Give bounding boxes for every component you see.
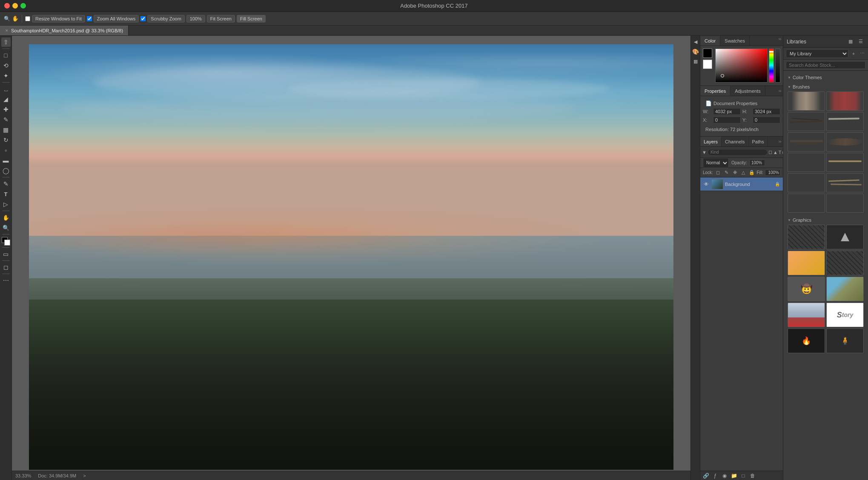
resize-windows-btn[interactable]: Resize Windows to Fit <box>32 15 85 23</box>
tab-swatches[interactable]: Swatches <box>720 36 750 46</box>
library-select[interactable]: My Library <box>786 49 848 58</box>
y-value[interactable]: 0 <box>753 117 780 123</box>
mini-tool-btn-2[interactable]: ▩ <box>691 57 700 66</box>
canvas-container[interactable] <box>29 44 673 470</box>
graphics-item-2[interactable] <box>826 225 864 249</box>
tab-properties[interactable]: Properties <box>700 86 730 96</box>
mini-collapse-btn[interactable]: ◀ <box>691 37 700 46</box>
library-search-input[interactable] <box>786 61 865 69</box>
library-add-btn[interactable]: + <box>850 50 857 57</box>
brush-item-5[interactable] <box>788 132 825 151</box>
layer-visibility-toggle[interactable]: 👁 <box>703 181 710 188</box>
add-mask-btn[interactable]: ◉ <box>721 472 728 480</box>
eraser-tool[interactable]: ▫ <box>1 146 11 155</box>
lock-position-btn[interactable]: ✙ <box>731 169 738 176</box>
fit-screen-btn[interactable]: Fit Screen <box>207 15 235 23</box>
document-tab[interactable]: ✕ SouthamptonHDR_March2016.psd @ 33.3% (… <box>0 26 129 35</box>
color-picker-gradient[interactable] <box>715 49 768 83</box>
background-swatch[interactable] <box>703 60 712 69</box>
scrubby-zoom-check[interactable] <box>140 16 146 21</box>
stamp-tool[interactable]: ▦ <box>1 125 11 134</box>
lock-transparent-btn[interactable]: ◻ <box>715 169 722 176</box>
brush-item-10[interactable] <box>826 173 864 192</box>
brush-item-2[interactable] <box>826 91 864 111</box>
tab-color[interactable]: Color <box>700 36 720 46</box>
history-tool[interactable]: ↻ <box>1 135 11 145</box>
layers-panel-close[interactable]: ›› <box>777 139 783 145</box>
crop-tool[interactable]: ⎵ <box>1 84 11 94</box>
link-layers-btn[interactable]: 🔗 <box>702 472 710 480</box>
marquee-tool[interactable]: □ <box>1 51 11 60</box>
library-list-view-btn[interactable]: ☰ <box>857 38 865 46</box>
library-grid-view-btn[interactable]: ▦ <box>847 38 854 46</box>
filter-type-icon[interactable]: ▼ <box>702 148 707 157</box>
layers-search-input[interactable] <box>708 149 768 156</box>
tab-layers[interactable]: Layers <box>700 137 722 146</box>
new-layer-btn[interactable]: □ <box>739 472 747 480</box>
color-panel-close[interactable]: ›› <box>777 36 783 42</box>
heal-tool[interactable]: ✚ <box>1 105 11 114</box>
zoom-all-check[interactable] <box>87 16 92 21</box>
resize-windows-check[interactable] <box>25 16 30 21</box>
graphics-item-8[interactable]: S tory <box>826 303 864 327</box>
zoom-level-display[interactable]: 100% <box>186 15 205 23</box>
magic-wand-tool[interactable]: ✦ <box>1 71 11 80</box>
close-button[interactable] <box>4 3 10 9</box>
width-value[interactable]: 4032 px <box>713 108 741 115</box>
fill-screen-btn[interactable]: Fill Screen <box>237 15 266 23</box>
delete-layer-btn[interactable]: 🗑 <box>749 472 756 480</box>
path-select-tool[interactable]: ▷ <box>1 200 11 209</box>
hue-strip[interactable] <box>769 49 774 83</box>
graphics-item-10[interactable]: 🧍 <box>826 329 864 353</box>
lock-all-btn[interactable]: 🔒 <box>748 169 755 176</box>
graphics-item-7[interactable] <box>788 303 825 327</box>
layer-background[interactable]: 👁 Background 🔒 <box>700 177 783 191</box>
screen-mode-tool[interactable]: ◻ <box>1 263 11 272</box>
more-tools-btn[interactable]: ⋯ <box>1 276 11 285</box>
tab-adjustments[interactable]: Adjustments <box>730 86 765 96</box>
brush-item-1[interactable] <box>788 91 825 111</box>
tab-close-icon[interactable]: ✕ <box>5 29 9 33</box>
type-tool[interactable]: T <box>1 189 11 199</box>
brush-item-3[interactable] <box>788 112 825 131</box>
brush-item-8[interactable] <box>826 153 864 172</box>
brush-tool[interactable]: ✎ <box>1 115 11 124</box>
graphics-item-4[interactable] <box>826 251 864 275</box>
gradient-tool[interactable]: ▬ <box>1 156 11 165</box>
background-color[interactable] <box>4 240 10 246</box>
fill-input[interactable] <box>765 169 780 176</box>
blend-mode-select[interactable]: Normal <box>703 158 729 168</box>
library-more-btn[interactable]: ⋯ <box>859 50 865 57</box>
scrubby-zoom-btn[interactable]: Scrubby Zoom <box>147 15 185 23</box>
new-group-btn[interactable]: 📁 <box>730 472 738 480</box>
hand-tool[interactable]: ✋ <box>1 213 11 222</box>
zoom-tool[interactable]: 🔍 <box>1 223 11 232</box>
dodge-tool[interactable]: ◯ <box>1 166 11 175</box>
color-themes-header[interactable]: ▼ Color Themes <box>788 74 864 81</box>
brush-item-4[interactable] <box>826 112 864 131</box>
pen-tool[interactable]: ✎ <box>1 179 11 189</box>
mini-tool-btn-1[interactable]: 🎨 <box>691 47 700 56</box>
layers-filter-type[interactable]: T <box>779 148 782 157</box>
brush-item-9[interactable] <box>788 173 825 192</box>
graphics-item-1[interactable] <box>788 225 825 249</box>
graphics-header[interactable]: ▼ Graphics <box>788 217 864 223</box>
graphics-item-5[interactable]: 🤠 <box>788 277 825 301</box>
alpha-strip[interactable] <box>775 49 780 83</box>
graphics-item-9[interactable]: 🔥 <box>788 329 825 353</box>
brushes-header[interactable]: ▼ Brushes <box>788 83 864 90</box>
zoom-all-btn[interactable]: Zoom All Windows <box>94 15 139 23</box>
layers-filter-adjust[interactable]: ▲ <box>773 148 778 157</box>
props-panel-close[interactable]: ›› <box>777 88 783 94</box>
brush-item-6[interactable] <box>826 132 864 151</box>
layers-filter-pixel[interactable]: ◻ <box>768 148 772 157</box>
tab-channels[interactable]: Channels <box>722 137 748 146</box>
minimize-button[interactable] <box>12 3 18 9</box>
hand-tool-btn[interactable]: ✋ <box>12 15 19 22</box>
maximize-button[interactable] <box>20 3 26 9</box>
brush-item-12[interactable] <box>826 194 864 213</box>
graphics-item-6[interactable] <box>826 277 864 301</box>
foreground-swatch[interactable] <box>703 49 712 58</box>
opacity-input[interactable] <box>750 160 765 166</box>
search-icon[interactable]: 🔍 <box>3 15 10 22</box>
